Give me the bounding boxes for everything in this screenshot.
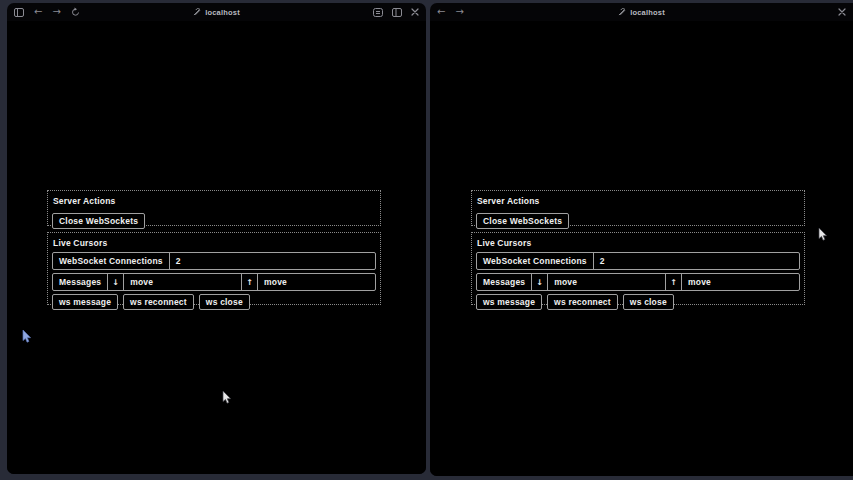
- browser-window-right: ← → localhost Server Actions Close WebSo…: [430, 3, 853, 476]
- live-cursors-title: Live Cursors: [53, 238, 376, 248]
- back-icon[interactable]: ←: [34, 7, 42, 17]
- browser-toolbar: ← → localhost: [430, 3, 853, 21]
- close-websockets-button[interactable]: Close WebSockets: [52, 213, 145, 229]
- close-websockets-button[interactable]: Close WebSockets: [476, 213, 569, 229]
- messages-row: Messages ↓ move ↑ move: [476, 273, 800, 291]
- incoming-arrow-icon: ↑: [665, 274, 681, 290]
- forward-icon[interactable]: →: [455, 7, 463, 17]
- toolbar-left-group: ← →: [437, 7, 464, 17]
- ws-message-button[interactable]: ws message: [52, 294, 118, 310]
- back-icon[interactable]: ←: [437, 7, 445, 17]
- ws-button-row: ws message ws reconnect ws close: [52, 294, 376, 310]
- toolbar-right-group: [838, 8, 846, 16]
- connections-row: WebSocket Connections 2: [52, 252, 376, 270]
- desktop: ← → localhost: [0, 0, 853, 480]
- server-actions-title: Server Actions: [53, 196, 376, 206]
- outgoing-message-value: move: [123, 274, 241, 290]
- link-icon: [193, 8, 201, 16]
- ws-close-button[interactable]: ws close: [623, 294, 674, 310]
- connections-value: 2: [169, 253, 375, 269]
- ws-reconnect-button[interactable]: ws reconnect: [547, 294, 618, 310]
- browser-toolbar: ← → localhost: [7, 3, 426, 21]
- connections-value: 2: [593, 253, 799, 269]
- connections-label: WebSocket Connections: [53, 253, 169, 269]
- ws-close-button[interactable]: ws close: [199, 294, 250, 310]
- messages-label: Messages: [477, 274, 531, 290]
- link-icon: [618, 8, 626, 16]
- reload-icon[interactable]: [71, 7, 80, 17]
- incoming-message-value: move: [681, 274, 799, 290]
- toolbar-left-group: ← →: [14, 7, 80, 17]
- reader-icon[interactable]: [373, 8, 383, 17]
- server-actions-title: Server Actions: [477, 196, 800, 206]
- address-bar[interactable]: localhost: [430, 3, 853, 21]
- connections-label: WebSocket Connections: [477, 253, 593, 269]
- connections-row: WebSocket Connections 2: [476, 252, 800, 270]
- ws-button-row: ws message ws reconnect ws close: [476, 294, 800, 310]
- url-text: localhost: [205, 8, 240, 17]
- incoming-arrow-icon: ↑: [241, 274, 257, 290]
- server-actions-panel: Server Actions Close WebSockets: [47, 190, 381, 226]
- outgoing-message-value: move: [547, 274, 665, 290]
- live-cursors-panel: Live Cursors WebSocket Connections 2 Mes…: [47, 232, 381, 305]
- forward-icon[interactable]: →: [52, 7, 60, 17]
- ws-reconnect-button[interactable]: ws reconnect: [123, 294, 194, 310]
- close-icon[interactable]: [838, 8, 846, 16]
- live-cursors-panel: Live Cursors WebSocket Connections 2 Mes…: [471, 232, 805, 305]
- toolbar-right-group: [373, 8, 419, 17]
- url-text: localhost: [630, 8, 665, 17]
- sidebar-toggle-icon[interactable]: [14, 8, 24, 17]
- server-actions-panel: Server Actions Close WebSockets: [471, 190, 805, 226]
- incoming-message-value: move: [257, 274, 375, 290]
- messages-label: Messages: [53, 274, 107, 290]
- messages-row: Messages ↓ move ↑ move: [52, 273, 376, 291]
- browser-window-left: ← → localhost: [7, 3, 426, 474]
- page-content: Server Actions Close WebSockets Live Cur…: [7, 21, 426, 474]
- page-content: Server Actions Close WebSockets Live Cur…: [430, 21, 853, 476]
- close-icon[interactable]: [411, 8, 419, 16]
- outgoing-arrow-icon: ↓: [531, 274, 547, 290]
- split-view-icon[interactable]: [392, 8, 402, 17]
- ws-message-button[interactable]: ws message: [476, 294, 542, 310]
- outgoing-arrow-icon: ↓: [107, 274, 123, 290]
- live-cursors-title: Live Cursors: [477, 238, 800, 248]
